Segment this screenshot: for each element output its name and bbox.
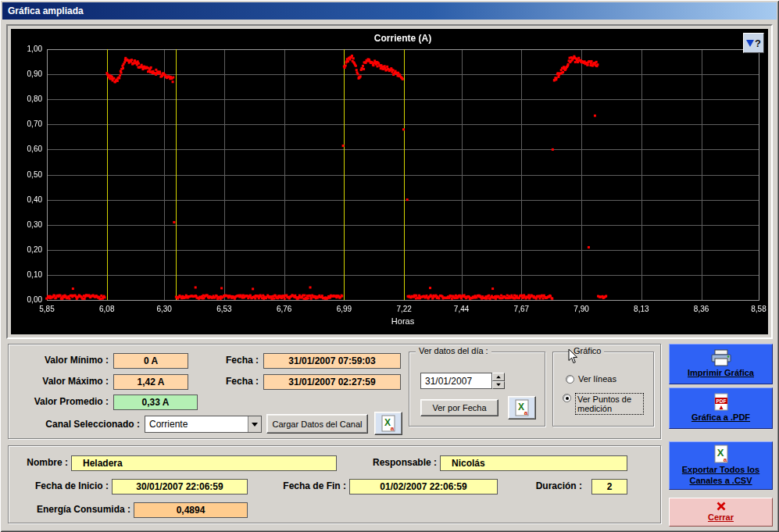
- radio-ver-lineas[interactable]: Ver líneas: [566, 374, 616, 384]
- cerrar-button[interactable]: Cerrar: [669, 498, 773, 527]
- radio-checked-icon[interactable]: [563, 394, 571, 402]
- radio-ver-lineas-label: Ver líneas: [578, 374, 616, 384]
- date-spinner: [492, 373, 505, 389]
- export-canal-excel-button[interactable]: Xa: [374, 412, 402, 435]
- chart-panel: Corriente (A) Horas ?: [6, 24, 773, 339]
- min-fecha-label: Fecha :: [196, 355, 259, 366]
- exportar-csv-label: Exportar Todos los Canales a .CSV: [674, 465, 769, 487]
- printer-icon: [709, 349, 733, 366]
- chart-xlabel: Horas: [47, 316, 759, 326]
- export-dia-excel-button[interactable]: Xa: [508, 396, 536, 420]
- grafica-pdf-button[interactable]: PDF Gráfica a .PDF: [669, 387, 773, 429]
- svg-text:a: a: [723, 456, 727, 463]
- spinner-up-icon[interactable]: [492, 373, 505, 381]
- imprimir-grafica-label: Imprimir Gráfica: [688, 368, 754, 379]
- grafico-title: Gráfico: [570, 346, 604, 355]
- excel-icon: Xa: [381, 415, 396, 432]
- min-label: Valor Mínimo :: [15, 355, 109, 366]
- max-fecha-label: Fecha :: [196, 376, 259, 387]
- date-input[interactable]: 31/01/2007: [420, 373, 492, 389]
- duracion-label: Duración :: [515, 480, 582, 491]
- cargar-datos-button[interactable]: Cargar Datos del Canal: [266, 414, 368, 434]
- duracion-value: 2: [591, 479, 627, 495]
- nombre-label: Nombre :: [15, 457, 68, 468]
- window-title: Gráfica ampliada: [8, 5, 84, 16]
- chart-help-button[interactable]: ?: [743, 33, 764, 53]
- fecha-fin-value: 01/02/2007 22:06:59: [349, 479, 498, 495]
- canal-combobox-value: Corriente: [145, 419, 248, 430]
- min-fecha-value: 31/01/2007 07:59:03: [263, 353, 401, 369]
- max-value: 1,42 A: [113, 374, 188, 390]
- max-label: Valor Máximo :: [15, 376, 109, 387]
- fecha-fin-label: Fecha de Fin :: [271, 480, 346, 491]
- excel-icon: Xa: [514, 399, 530, 416]
- close-x-icon: [716, 502, 726, 511]
- nombre-value: Heladera: [71, 455, 337, 471]
- chart-area: Corriente (A) Horas ?: [11, 29, 768, 334]
- radio-ver-puntos[interactable]: Ver Puntos de medición: [563, 393, 644, 415]
- radio-ver-puntos-label: Ver Puntos de medición: [575, 393, 644, 415]
- avg-label: Valor Promedio :: [15, 396, 109, 407]
- title-bar[interactable]: Gráfica ampliada: [2, 2, 777, 20]
- question-mark-icon: ?: [755, 37, 761, 49]
- svg-text:PDF: PDF: [716, 398, 726, 404]
- avg-value: 0,33 A: [113, 395, 198, 410]
- dropdown-arrow-icon[interactable]: [248, 416, 261, 432]
- canal-combobox[interactable]: Corriente: [145, 416, 262, 433]
- energia-label: Energía Consumida :: [15, 504, 130, 515]
- app-window: Gráfica ampliada Corriente (A) Horas ? V…: [0, 0, 779, 532]
- canal-label: Canal Seleccionado :: [15, 419, 140, 430]
- date-input-value: 31/01/2007: [421, 376, 491, 387]
- chart-canvas[interactable]: [11, 29, 768, 334]
- pdf-icon: PDF: [713, 393, 729, 411]
- ver-dia-title: Ver datos del día :: [416, 346, 491, 355]
- responsable-value: Nicolás: [440, 455, 627, 471]
- cerrar-label: Cerrar: [708, 512, 734, 523]
- svg-text:a: a: [391, 425, 395, 432]
- max-fecha-value: 31/01/2007 02:27:59: [263, 374, 401, 390]
- fecha-inicio-value: 30/01/2007 22:06:59: [112, 479, 248, 495]
- fecha-inicio-label: Fecha de Inicio :: [15, 480, 109, 491]
- spinner-down-icon[interactable]: [492, 381, 505, 390]
- grafico-groupbox: Gráfico Ver líneas Ver Puntos de medició…: [552, 352, 654, 427]
- responsable-label: Responsable :: [352, 457, 437, 468]
- excel-icon: Xa: [713, 445, 730, 463]
- grafica-pdf-label: Gráfica a .PDF: [691, 412, 750, 423]
- radio-icon[interactable]: [566, 375, 574, 384]
- min-value: 0 A: [113, 353, 188, 369]
- energia-value: 0,4894: [134, 502, 248, 518]
- ver-dia-groupbox: Ver datos del día : 31/01/2007 Ver por F…: [409, 352, 545, 427]
- ver-por-fecha-button[interactable]: Ver por Fecha: [420, 399, 498, 416]
- info-groupbox: Nombre : Heladera Responsable : Nicolás …: [8, 445, 661, 523]
- chart-title: Corriente (A): [47, 33, 759, 44]
- blue-arrow-icon: [746, 40, 754, 47]
- exportar-csv-button[interactable]: Xa Exportar Todos los Canales a .CSV: [669, 441, 773, 490]
- imprimir-grafica-button[interactable]: Imprimir Gráfica: [669, 344, 773, 384]
- svg-text:a: a: [524, 409, 528, 416]
